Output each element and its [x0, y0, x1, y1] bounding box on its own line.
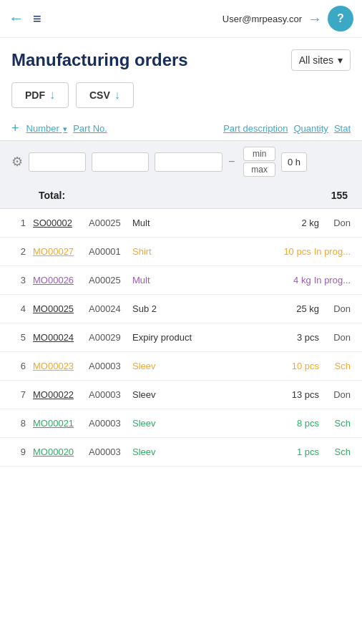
row-number: 8	[11, 418, 26, 429]
filter-input-1[interactable]	[29, 152, 86, 172]
row-description: Expiry product	[132, 332, 285, 343]
row-quantity: 2 kg	[285, 218, 319, 228]
row-mo-number[interactable]: SO00002	[33, 218, 84, 228]
back-button[interactable]: ←	[9, 9, 24, 28]
row-status: Don	[322, 303, 351, 314]
row-mo-number[interactable]: MO00022	[33, 389, 84, 400]
sort-arrow-icon: ▾	[63, 125, 67, 133]
row-status: In prog...	[314, 275, 351, 286]
table-row: 1 SO00002 A00025 Mult 2 kg Don	[0, 209, 362, 238]
logout-button[interactable]: →	[308, 11, 322, 27]
row-number: 4	[11, 303, 26, 314]
row-number: 3	[11, 275, 26, 286]
filter-row: ⚙ − min max 0 h	[0, 141, 362, 182]
row-mo-number[interactable]: MO00020	[33, 447, 84, 457]
row-part-number: A00001	[89, 246, 128, 257]
csv-download-icon: ↓	[114, 89, 120, 102]
filter-range-box: min max	[243, 147, 275, 177]
col-number-label: Number	[26, 123, 59, 134]
total-row: Total: 155	[0, 182, 362, 209]
row-description: Shirt	[132, 246, 277, 257]
add-row-button[interactable]: +	[11, 121, 19, 136]
table-row: 7 MO00022 A00003 Sleev 13 pcs Don	[0, 381, 362, 409]
row-status: In prog...	[314, 246, 351, 257]
row-description: Sleev	[132, 389, 285, 400]
filter-gear-icon[interactable]: ⚙	[11, 154, 23, 170]
table-row: 2 MO00027 A00001 Shirt 10 pcs In prog...	[0, 238, 362, 266]
filter-dash: −	[228, 155, 235, 168]
row-number: 7	[11, 389, 26, 400]
table-row: 6 MO00023 A00003 Sleev 10 pcs Sch	[0, 352, 362, 381]
row-status: Don	[322, 389, 351, 400]
user-label: User@mrpeasy.cor	[222, 14, 302, 24]
site-selector-label: All sites	[299, 54, 333, 66]
row-mo-number[interactable]: MO00025	[33, 303, 84, 314]
filter-input-3[interactable]	[155, 152, 222, 172]
row-number: 9	[11, 447, 26, 457]
table-row: 4 MO00025 A00024 Sub 2 25 kg Don	[0, 295, 362, 323]
table-header-row: + Number ▾ Part No. Part description Qua…	[0, 117, 362, 141]
row-part-number: A00025	[89, 275, 128, 286]
help-button[interactable]: ?	[328, 6, 353, 31]
csv-label: CSV	[89, 89, 110, 101]
data-rows-container: 1 SO00002 A00025 Mult 2 kg Don 2 MO00027…	[0, 209, 362, 467]
table-row: 5 MO00024 A00029 Expiry product 3 pcs Do…	[0, 323, 362, 352]
row-status: Don	[322, 218, 351, 228]
row-part-number: A00003	[89, 361, 128, 371]
filter-max-button[interactable]: max	[243, 162, 275, 177]
row-status: Sch	[322, 418, 351, 429]
row-status: Sch	[322, 361, 351, 371]
row-mo-number[interactable]: MO00023	[33, 361, 84, 371]
row-number: 2	[11, 246, 26, 257]
pdf-download-icon: ↓	[49, 89, 55, 102]
csv-export-button[interactable]: CSV ↓	[76, 82, 134, 108]
row-part-number: A00029	[89, 332, 128, 343]
table-row: 3 MO00026 A00025 Mult 4 kg In prog...	[0, 266, 362, 295]
row-mo-number[interactable]: MO00026	[33, 275, 84, 286]
row-part-number: A00003	[89, 389, 128, 400]
row-quantity: 10 pcs	[277, 246, 311, 257]
row-quantity: 25 kg	[285, 303, 319, 314]
row-number: 1	[11, 218, 26, 228]
row-part-number: A00024	[89, 303, 128, 314]
row-mo-number[interactable]: MO00021	[33, 418, 84, 429]
filter-time-value: 0 h	[281, 152, 307, 172]
row-description: Sleev	[132, 361, 285, 371]
row-description: Sub 2	[132, 303, 285, 314]
filter-min-button[interactable]: min	[243, 147, 275, 161]
table-row: 9 MO00020 A00003 Sleev 1 pcs Sch	[0, 438, 362, 467]
pdf-export-button[interactable]: PDF ↓	[11, 82, 69, 108]
menu-button[interactable]: ≡	[33, 11, 41, 27]
row-quantity: 10 pcs	[285, 361, 319, 371]
row-part-number: A00025	[89, 218, 128, 228]
row-status: Don	[322, 332, 351, 343]
site-chevron-icon: ▾	[338, 54, 343, 66]
pdf-label: PDF	[25, 89, 45, 101]
table-row: 8 MO00021 A00003 Sleev 8 pcs Sch	[0, 409, 362, 438]
row-description: Mult	[132, 218, 285, 228]
row-mo-number[interactable]: MO00024	[33, 332, 84, 343]
col-description-header[interactable]: Part description	[223, 123, 288, 134]
filter-input-2[interactable]	[92, 152, 149, 172]
row-description: Sleev	[132, 418, 285, 429]
col-quantity-header[interactable]: Quantity	[293, 123, 328, 134]
site-selector[interactable]: All sites ▾	[291, 49, 351, 71]
row-part-number: A00003	[89, 447, 128, 457]
row-part-number: A00003	[89, 418, 128, 429]
total-value: 155	[331, 190, 348, 201]
row-mo-number[interactable]: MO00027	[33, 246, 84, 257]
col-status-header[interactable]: Stat	[334, 123, 351, 134]
row-number: 5	[11, 332, 26, 343]
row-quantity: 13 pcs	[285, 389, 319, 400]
page-header: Manufacturing orders All sites ▾	[0, 38, 362, 77]
row-description: Sleev	[132, 447, 285, 457]
row-description: Mult	[132, 275, 277, 286]
row-quantity: 8 pcs	[285, 418, 319, 429]
row-status: Sch	[322, 447, 351, 457]
col-number-header[interactable]: Number ▾	[26, 123, 68, 134]
row-number: 6	[11, 361, 26, 371]
row-quantity: 4 kg	[277, 275, 311, 286]
total-label: Total:	[39, 190, 65, 201]
col-partno-header[interactable]: Part No.	[73, 123, 107, 134]
page-title: Manufacturing orders	[11, 50, 188, 70]
